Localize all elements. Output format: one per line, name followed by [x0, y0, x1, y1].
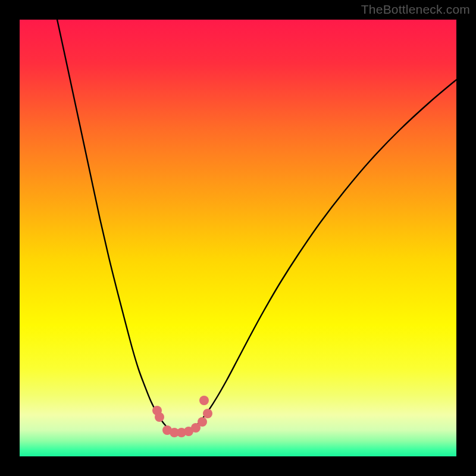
watermark-text: TheBottleneck.com: [361, 2, 470, 17]
curve-layer: [20, 20, 456, 456]
data-marker: [203, 409, 212, 418]
bottleneck-curve: [57, 20, 456, 433]
chart-frame: TheBottleneck.com: [0, 0, 476, 476]
plot-area: [20, 20, 456, 456]
data-marker: [199, 396, 209, 405]
data-marker: [198, 417, 207, 427]
data-marker: [155, 412, 164, 422]
